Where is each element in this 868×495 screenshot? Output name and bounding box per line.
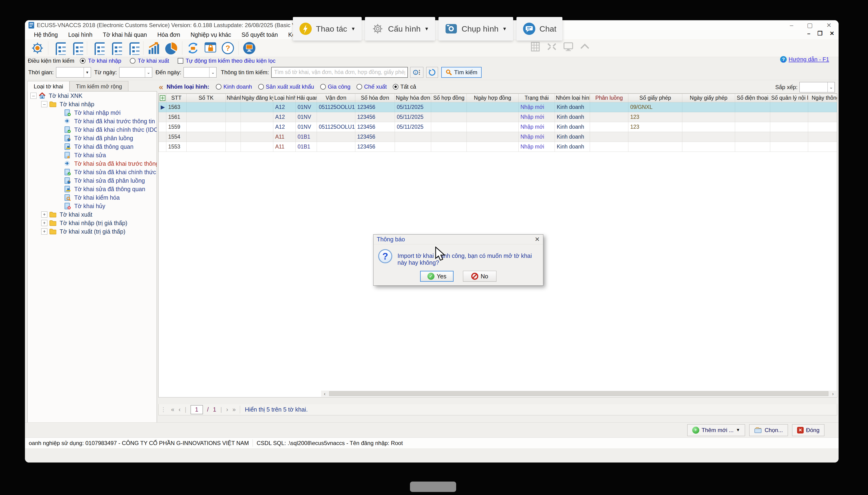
sidebar-tab-loai-to-khai[interactable]: Loại tờ khai xyxy=(27,81,70,91)
column-header-7[interactable]: Vận đơn xyxy=(317,94,355,102)
menu-item-3[interactable]: Tờ khai hải quan xyxy=(98,31,152,38)
column-header-1[interactable]: STT xyxy=(166,94,187,102)
radio-icon[interactable] xyxy=(258,84,264,89)
cell[interactable]: 01B1 xyxy=(296,142,317,152)
tree-item[interactable]: +Tờ khai xuất (trị giá thấp) xyxy=(28,227,157,236)
tree-item-label[interactable]: Tờ khai nhập (trị giá thấp) xyxy=(59,220,127,226)
cell[interactable]: 1554 xyxy=(166,132,187,142)
cell[interactable] xyxy=(808,122,837,132)
cell[interactable] xyxy=(431,112,467,122)
cell[interactable]: 1553 xyxy=(166,142,187,152)
column-header-8[interactable]: Số hóa đơn xyxy=(355,94,395,102)
cell[interactable] xyxy=(467,112,518,122)
collapse-panel-icon[interactable]: « xyxy=(159,83,163,91)
choose-button[interactable]: Chọn... xyxy=(749,424,788,436)
no-label[interactable]: No xyxy=(481,273,488,280)
lock-window-toolbar-button[interactable] xyxy=(202,40,219,56)
tree-expander-icon[interactable]: – xyxy=(41,101,47,107)
column-header-3[interactable]: Nhánh xyxy=(226,94,241,102)
add-new-button[interactable]: + Thêm mới ... ▼ xyxy=(687,424,745,436)
refresh-button[interactable] xyxy=(426,67,438,78)
tree-item[interactable]: Tờ khai sửa đã phân luồng xyxy=(28,176,157,185)
chevron-down-icon[interactable]: ▼ xyxy=(502,26,507,32)
group-radio-chế-xuất[interactable]: Chế xuất xyxy=(352,83,387,90)
tree-item[interactable]: Tờ khai đã phân luồng xyxy=(28,134,157,142)
chevron-down-icon[interactable]: ▼ xyxy=(351,26,356,32)
cell[interactable] xyxy=(317,142,355,152)
cell[interactable] xyxy=(395,142,431,152)
tree-item[interactable]: Tờ khai sửa đã khai chính thức (IDE) xyxy=(28,168,157,176)
tree-item[interactable]: –Tờ khai XNK xyxy=(28,91,157,100)
cell[interactable] xyxy=(226,112,241,122)
tree-item-label[interactable]: Tờ khai sửa đã khai chính thức (IDE) xyxy=(74,169,157,176)
collapse-arrows-overlay-button[interactable] xyxy=(547,41,557,53)
add-new-label[interactable]: Thêm mới ... xyxy=(702,427,734,433)
menu-item-2[interactable]: Loại hình xyxy=(63,31,98,38)
table-row-1553[interactable]: 1553A1101B1123456Nhập mớiKinh doanh xyxy=(159,142,837,152)
cell[interactable]: A12 xyxy=(273,112,296,122)
cell[interactable] xyxy=(808,102,837,112)
cell[interactable] xyxy=(187,132,226,142)
cell[interactable]: 01B1 xyxy=(296,132,317,142)
gear-toolbar-button[interactable] xyxy=(29,40,46,56)
cell[interactable] xyxy=(431,122,467,132)
cell[interactable]: 123456 xyxy=(355,122,395,132)
menu-item-6[interactable]: Số quyết toán xyxy=(236,31,283,38)
tree-expander-icon[interactable]: + xyxy=(41,211,47,218)
doc-find-toolbar-button[interactable] xyxy=(124,40,141,56)
cell[interactable] xyxy=(682,112,735,122)
choose-label[interactable]: Chọn... xyxy=(765,427,783,433)
radio-to-khai-nhap[interactable] xyxy=(80,58,86,64)
next-page-button[interactable]: › xyxy=(226,406,228,413)
close-label[interactable]: Đóng xyxy=(806,427,819,433)
column-header-18[interactable]: Số quản lý nội bộ xyxy=(770,94,808,102)
cell[interactable] xyxy=(735,102,770,112)
doc-eda-toolbar-button[interactable]: EDA xyxy=(106,40,124,56)
column-header-16[interactable]: Ngày giấy phép xyxy=(682,94,735,102)
tree-item-label[interactable]: Tờ khai sửa xyxy=(74,152,106,159)
cell[interactable]: 05/11/2025 xyxy=(395,112,431,122)
overlay-cấu-hình-button[interactable]: Cấu hình▼ xyxy=(365,17,435,40)
radio-icon[interactable] xyxy=(393,84,398,89)
auto-search-label[interactable]: Tự động tìm kiếm theo điều kiện lọc xyxy=(186,57,276,64)
doc-upload-toolbar-button[interactable] xyxy=(50,40,68,56)
to-date-select[interactable]: ⌄ xyxy=(183,67,216,78)
column-header-10[interactable]: Số hợp đồng xyxy=(431,94,467,102)
cell[interactable]: 123456 xyxy=(355,142,395,152)
cell[interactable] xyxy=(770,112,808,122)
overlay-chụp-hình-button[interactable]: Chụp hình▼ xyxy=(439,17,513,40)
scroll-right-icon[interactable]: › xyxy=(829,391,836,396)
cell[interactable] xyxy=(590,142,628,152)
cell[interactable] xyxy=(241,132,273,142)
tree-item-label[interactable]: Tờ khai nhập mới xyxy=(74,109,121,116)
cell[interactable] xyxy=(808,142,837,152)
tree-item-label[interactable]: Tờ khai đã khai chính thức (IDC) xyxy=(74,126,157,133)
tree-item-label[interactable]: Tờ khai nhập xyxy=(59,101,94,108)
cell[interactable] xyxy=(241,142,273,152)
column-header-17[interactable]: Số điện thoại xyxy=(735,94,770,102)
cell[interactable] xyxy=(770,142,808,152)
to-date-arrow[interactable]: ⌄ xyxy=(209,67,216,77)
table-row-1563[interactable]: ▶1563A1201NV051125OOLU1212345605/11/2025… xyxy=(159,102,837,112)
tree-expander-icon[interactable]: – xyxy=(30,92,36,99)
monitor-small-overlay-button[interactable] xyxy=(563,41,573,53)
cell[interactable] xyxy=(226,122,241,132)
menu-item-5[interactable]: Nghiệp vụ khác xyxy=(185,31,236,38)
tree-item-label[interactable]: Tờ khai xuất (trị giá thấp) xyxy=(59,228,125,235)
cell[interactable] xyxy=(590,102,628,112)
tree-item-label[interactable]: Tờ khai sửa đã khai trước thông tin (IDA… xyxy=(74,160,157,167)
tree-item-label[interactable]: Tờ khai kiểm hóa xyxy=(74,194,120,201)
cell[interactable]: 05/11/2025 xyxy=(395,102,431,112)
overlay-label[interactable]: Chat xyxy=(539,24,556,33)
cell[interactable]: 01NV xyxy=(296,122,317,132)
cell[interactable] xyxy=(226,102,241,112)
cell[interactable]: Kinh doanh xyxy=(555,112,590,122)
help-link[interactable]: ? Hướng dẫn - F1 xyxy=(780,56,829,63)
tree-item[interactable]: Tờ khai sửa đã thông quan xyxy=(28,185,157,193)
export-grid-icon[interactable] xyxy=(160,95,165,101)
cell[interactable]: 09/GNXL xyxy=(628,102,682,112)
tree-item[interactable]: Tờ khai nhập mới xyxy=(28,108,157,117)
cell[interactable] xyxy=(628,132,682,142)
cell[interactable] xyxy=(395,132,431,142)
search-button[interactable]: Tìm kiếm xyxy=(441,67,482,78)
